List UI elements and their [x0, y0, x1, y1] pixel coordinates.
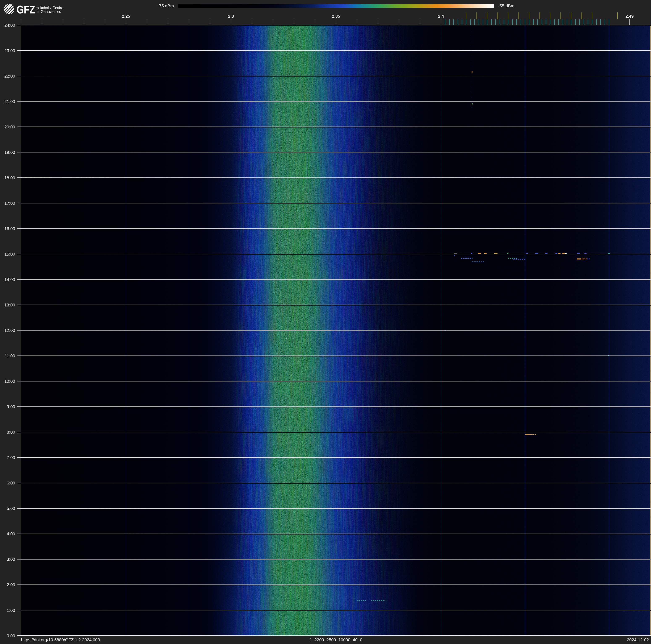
svg-text:13:00: 13:00 — [4, 302, 15, 307]
svg-text:6:00: 6:00 — [7, 480, 15, 485]
svg-text:-75 dBm: -75 dBm — [158, 3, 174, 8]
svg-text:5:00: 5:00 — [7, 506, 15, 511]
svg-text:https://doi.org/10.5880/GFZ.1.: https://doi.org/10.5880/GFZ.1.2.2024.003 — [21, 637, 100, 642]
svg-text:16:00: 16:00 — [4, 226, 15, 231]
svg-text:2.49: 2.49 — [626, 14, 634, 19]
svg-text:2.25: 2.25 — [122, 14, 130, 19]
svg-text:10:00: 10:00 — [4, 379, 15, 384]
svg-text:0:00: 0:00 — [7, 633, 15, 638]
svg-text:24:00: 24:00 — [4, 23, 15, 28]
svg-text:17:00: 17:00 — [4, 201, 15, 206]
svg-text:GFZ: GFZ — [17, 3, 35, 16]
svg-text:1_2200_2500_10000_40_0: 1_2200_2500_10000_40_0 — [310, 637, 363, 642]
svg-text:12:00: 12:00 — [4, 328, 15, 333]
svg-text:-55 dBm: -55 dBm — [498, 3, 514, 8]
svg-text:7:00: 7:00 — [7, 455, 15, 460]
svg-text:8:00: 8:00 — [7, 430, 15, 435]
svg-text:15:00: 15:00 — [4, 252, 15, 257]
svg-text:2.4: 2.4 — [438, 14, 444, 19]
svg-text:2:00: 2:00 — [7, 582, 15, 587]
svg-text:1:00: 1:00 — [7, 608, 15, 613]
svg-text:19:00: 19:00 — [4, 150, 15, 155]
svg-text:for Geosciences: for Geosciences — [36, 9, 61, 14]
svg-text:22:00: 22:00 — [4, 74, 15, 79]
svg-text:14:00: 14:00 — [4, 277, 15, 282]
svg-text:9:00: 9:00 — [7, 404, 15, 409]
svg-text:20:00: 20:00 — [4, 124, 15, 129]
svg-text:4:00: 4:00 — [7, 531, 15, 536]
svg-text:3:00: 3:00 — [7, 557, 15, 562]
svg-text:18:00: 18:00 — [4, 175, 15, 180]
svg-text:11:00: 11:00 — [5, 353, 15, 358]
svg-text:21:00: 21:00 — [4, 99, 15, 104]
svg-text:2024-12-02: 2024-12-02 — [627, 637, 649, 642]
svg-text:23:00: 23:00 — [4, 48, 15, 53]
svg-text:2.3: 2.3 — [228, 14, 234, 19]
svg-text:2.35: 2.35 — [332, 14, 340, 19]
